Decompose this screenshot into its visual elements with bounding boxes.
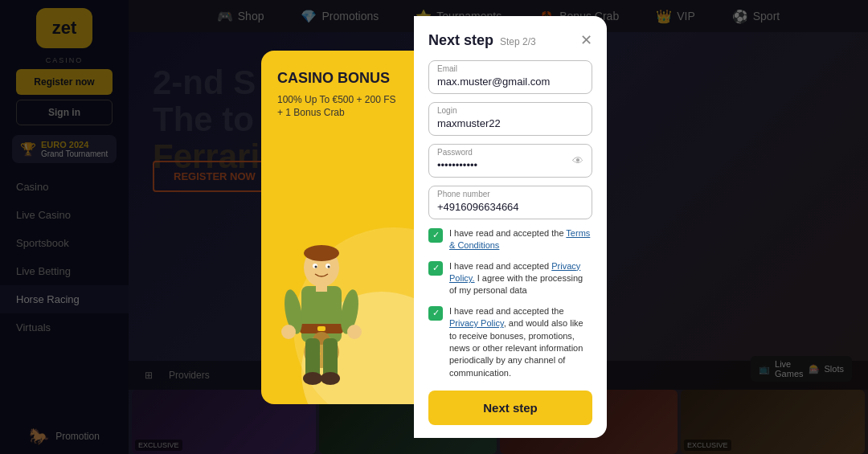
phone-label: Phone number	[437, 190, 490, 198]
checkbox-terms-box[interactable]: ✓	[428, 228, 443, 243]
svg-point-19	[303, 372, 322, 385]
toggle-password-icon[interactable]: 👁	[572, 154, 583, 167]
password-label: Password	[437, 148, 473, 157]
bonus-description: 100% Up To €500 + 200 FS + 1 Bonus Crab	[277, 93, 398, 121]
modal-title: Next step Step 2/3	[428, 32, 536, 49]
checkbox-marketing-box[interactable]: ✓	[428, 306, 443, 321]
phone-field-wrapper: Phone number	[428, 186, 592, 219]
bonus-panel: CASINO BONUS 100% Up To €500 + 200 FS + …	[261, 51, 414, 404]
checkbox-marketing-label: I have read and accepted the Privacy Pol…	[449, 305, 592, 379]
svg-rect-9	[316, 284, 327, 292]
bonus-title: CASINO BONUS	[277, 70, 398, 87]
next-step-button[interactable]: Next step	[428, 391, 592, 425]
checkbox-privacy: ✓ I have read and accepted Privacy Polic…	[428, 260, 592, 297]
privacy-link-2[interactable]: Privacy Policy	[449, 318, 504, 328]
login-input[interactable]	[437, 108, 583, 129]
svg-point-5	[328, 265, 330, 268]
password-field-wrapper: Password 👁	[428, 144, 592, 178]
modal-header: Next step Step 2/3 ✕	[428, 32, 592, 49]
login-field-wrapper: Login	[428, 102, 592, 136]
character-illustration: $	[269, 227, 374, 404]
checkbox-terms: ✓ I have read and accepted the Terms & C…	[428, 227, 592, 252]
login-label: Login	[437, 106, 457, 115]
email-field-wrapper: Email	[428, 60, 592, 94]
email-label: Email	[437, 64, 457, 73]
privacy-link[interactable]: Privacy Policy.	[449, 261, 580, 283]
registration-modal: Next step Step 2/3 ✕ Email Login Passwor…	[414, 16, 607, 438]
svg-rect-8	[317, 326, 326, 331]
character-svg: $	[277, 243, 366, 404]
modal-overlay: CASINO BONUS 100% Up To €500 + 200 FS + …	[0, 0, 868, 454]
checkbox-privacy-label: I have read and accepted Privacy Policy.…	[449, 260, 592, 297]
svg-point-1	[304, 245, 339, 261]
step-badge: Step 2/3	[500, 36, 536, 47]
email-input[interactable]	[437, 66, 583, 88]
checkbox-marketing: ✓ I have read and accepted the Privacy P…	[428, 305, 592, 379]
checkbox-privacy-box[interactable]: ✓	[428, 261, 443, 276]
svg-point-12	[281, 325, 296, 339]
terms-link[interactable]: Terms & Conditions	[449, 228, 590, 250]
svg-point-4	[315, 265, 317, 268]
checkbox-terms-label: I have read and accepted the Terms & Con…	[449, 227, 592, 252]
svg-point-13	[347, 325, 362, 339]
close-button[interactable]: ✕	[580, 33, 592, 47]
svg-point-20	[321, 372, 340, 385]
